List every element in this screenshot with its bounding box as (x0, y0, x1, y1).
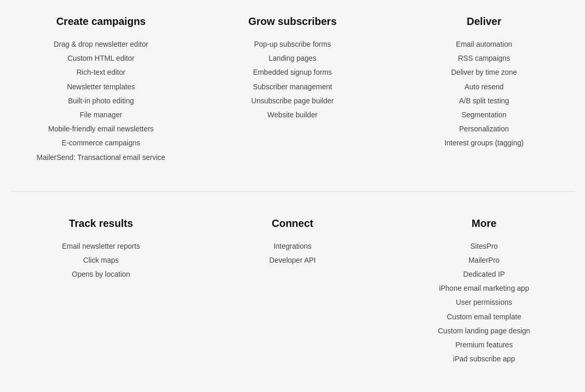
more-items: SitesProMailerProDedicated IPiPhone emai… (438, 240, 530, 367)
more-title: More (472, 218, 497, 229)
list-item[interactable]: User permissions (438, 296, 530, 309)
list-item[interactable]: MailerPro (438, 254, 530, 267)
features-grid: Create campaigns Drag & drop newsletter … (10, 16, 575, 367)
list-item[interactable]: Personalization (444, 123, 524, 136)
column-track-results: Track results Email newsletter reportsCl… (10, 218, 192, 367)
page-wrapper: Create campaigns Drag & drop newsletter … (0, 0, 585, 382)
row-divider (10, 191, 575, 192)
list-item[interactable]: E-commerce campaigns (37, 137, 165, 150)
list-item[interactable]: Pop-up subscribe forms (251, 38, 334, 51)
list-item[interactable]: Newsletter templates (37, 80, 165, 93)
list-item[interactable]: iPad subscribe app (438, 353, 530, 366)
list-item[interactable]: Opens by location (62, 268, 140, 281)
list-item[interactable]: Custom landing page design (438, 325, 530, 337)
column-connect: Connect IntegrationsDeveloper API (202, 218, 383, 367)
create-campaigns-items: Drag & drop newsletter editorCustom HTML… (37, 38, 165, 165)
list-item[interactable]: Segmentation (444, 109, 524, 121)
list-item[interactable]: Auto resend (444, 80, 524, 93)
list-item[interactable]: MailerSend: Transactional email service (37, 151, 165, 164)
deliver-title: Deliver (467, 16, 501, 28)
list-item[interactable]: Premium features (438, 339, 530, 352)
list-item[interactable]: Subscriber management (251, 80, 334, 93)
list-item[interactable]: RSS campaigns (444, 52, 524, 65)
create-campaigns-title: Create campaigns (56, 16, 145, 28)
list-item[interactable]: Email newsletter reports (62, 240, 140, 253)
connect-items: IntegrationsDeveloper API (269, 240, 316, 268)
list-item[interactable]: Interest groups (tagging) (444, 137, 524, 150)
list-item[interactable]: Email automation (444, 38, 524, 51)
grow-subscribers-items: Pop-up subscribe formsLanding pagesEmbed… (251, 38, 334, 123)
deliver-items: Email automationRSS campaignsDeliver by … (444, 38, 524, 151)
column-grow-subscribers: Grow subscribers Pop-up subscribe formsL… (202, 16, 383, 165)
list-item[interactable]: Landing pages (251, 52, 334, 65)
list-item[interactable]: Unsubscribe page builder (251, 94, 334, 107)
list-item[interactable]: iPhone email marketing app (438, 282, 530, 295)
list-item[interactable]: Website builder (251, 109, 334, 121)
connect-title: Connect (272, 218, 313, 229)
list-item[interactable]: Custom HTML editor (37, 52, 165, 65)
track-results-items: Email newsletter reportsClick mapsOpens … (62, 240, 140, 282)
grow-subscribers-title: Grow subscribers (248, 16, 337, 28)
list-item[interactable]: Custom email template (438, 310, 530, 323)
column-deliver: Deliver Email automationRSS campaignsDel… (393, 16, 575, 165)
list-item[interactable]: Built-in photo editing (37, 94, 165, 107)
list-item[interactable]: Integrations (269, 240, 316, 253)
column-create-campaigns: Create campaigns Drag & drop newsletter … (10, 16, 192, 165)
list-item[interactable]: Deliver by time zone (444, 66, 524, 79)
list-item[interactable]: A/B split testing (444, 94, 524, 107)
list-item[interactable]: Embedded signup forms (251, 66, 334, 79)
list-item[interactable]: Mobile-friendly email newsletters (37, 123, 165, 136)
list-item[interactable]: SitesPro (438, 240, 530, 253)
list-item[interactable]: Developer API (269, 254, 316, 267)
list-item[interactable]: Dedicated IP (438, 268, 530, 281)
list-item[interactable]: File manager (37, 109, 165, 121)
track-results-title: Track results (69, 218, 133, 229)
column-more: More SitesProMailerProDedicated IPiPhone… (393, 218, 575, 367)
list-item[interactable]: Drag & drop newsletter editor (37, 38, 165, 51)
list-item[interactable]: Rich-text editor (37, 66, 165, 79)
list-item[interactable]: Click maps (62, 254, 140, 267)
